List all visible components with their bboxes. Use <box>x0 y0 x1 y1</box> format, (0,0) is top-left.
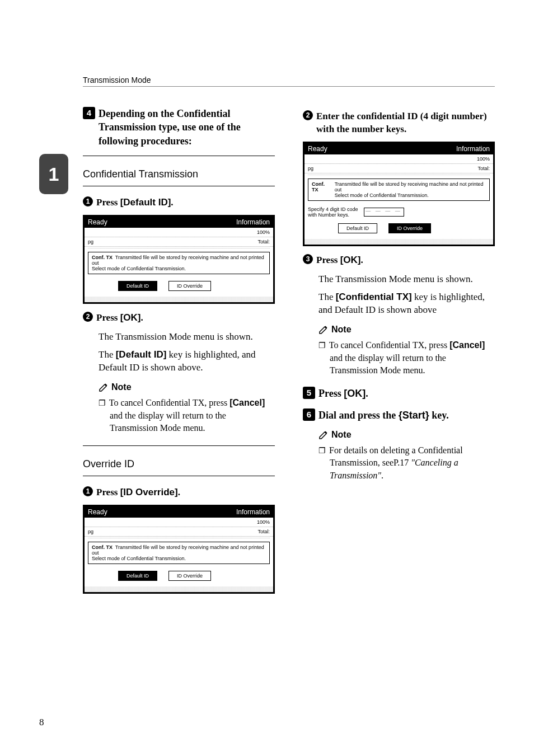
pencil-icon <box>318 430 329 440</box>
ss-info: Information <box>236 218 270 226</box>
ss2-info: Information <box>236 508 270 516</box>
substep-1-suffix: . <box>171 197 173 208</box>
ss2-btn-default-id: Default ID <box>118 571 157 581</box>
substep-1: 1 Press [Default ID]. <box>83 196 275 209</box>
substep-enter-id-num: 2 <box>303 110 313 120</box>
pencil-icon <box>318 325 329 335</box>
ss2-pg: pg <box>88 529 93 534</box>
default-id-key: [Default ID] <box>120 197 171 208</box>
pencil-icon <box>99 382 109 392</box>
start-key: Start <box>402 410 425 421</box>
substep-2-num: 2 <box>83 312 93 322</box>
ss2-total: Total: <box>257 529 270 534</box>
step-5-prefix: Press <box>318 388 344 399</box>
cancel-key: [Cancel] <box>229 398 265 407</box>
substep-3-ok-suffix: . <box>360 255 363 265</box>
note-heading-3: Note <box>318 430 495 440</box>
screenshot-enter-id: ReadyInformation x100% pgTotal: Conf. TX… <box>303 142 495 246</box>
ss3-pg: pg <box>308 166 313 171</box>
step-6-prefix: Dial and press the <box>318 410 399 421</box>
note-heading: Note <box>99 382 275 392</box>
ss-total: Total: <box>257 239 270 245</box>
ok-key-2: [OK] <box>340 255 361 265</box>
cancel-key-2: [Cancel] <box>449 340 485 350</box>
ss3-specify: Specify 4 digit ID code with Number keys… <box>308 206 358 218</box>
ss2-btn-id-override: ID Override <box>168 571 211 581</box>
ss3-btn-default-id: Default ID <box>338 223 377 233</box>
after-ok-text-1: The Transmission Mode menu is shown. <box>99 330 275 344</box>
step-5-suffix: . <box>366 388 368 399</box>
note-cancel-a: To cancel Confidential TX, press <box>109 398 229 407</box>
substep-1-prefix: Press <box>96 197 120 208</box>
ss3-msg: Transmitted file will be stored by recei… <box>335 181 486 198</box>
ss3-id-input: — — — — <box>364 208 404 217</box>
default-id-key-2: [Default ID] <box>116 349 167 360</box>
substep-3-ok-num: 3 <box>303 254 313 264</box>
step-num-6: 6 <box>303 408 315 421</box>
ss3-ready: Ready <box>308 145 327 153</box>
step-6-suffix: key. <box>429 410 449 421</box>
after-ok-2a: The <box>99 349 116 360</box>
substep-override-1-prefix: Press <box>96 487 120 497</box>
screenshot-default-id: ReadyInformation x100% pgTotal: Conf. TX… <box>83 215 275 304</box>
ss3-conftx: Conf. TX <box>312 181 332 198</box>
note-bullet-icon: ❐ <box>318 447 326 455</box>
ss2-ready: Ready <box>88 508 107 516</box>
start-key-close: } <box>425 410 429 421</box>
ss2-100: 100% <box>257 519 270 525</box>
step-6: 6 Dial and press the {Start} key. <box>303 408 495 422</box>
substep-override-1-suffix: . <box>178 487 180 497</box>
final-note-c: . <box>381 471 383 480</box>
substep-1-num: 1 <box>83 196 93 206</box>
start-key-open: { <box>399 410 402 421</box>
step-5: 5 Press [OK]. <box>303 387 495 400</box>
ss-btn-default-id: Default ID <box>118 281 157 291</box>
after-ok-r1: The Transmission Mode menu is shown. <box>318 273 495 286</box>
override-id-heading: Override ID <box>83 458 275 470</box>
note-heading-2: Note <box>318 325 495 335</box>
confidential-tx-key: [Confidential TX] <box>336 292 412 302</box>
id-override-key: [ID Override] <box>120 487 178 497</box>
note-bullet-icon: ❐ <box>99 399 106 407</box>
ss3-100: 100% <box>477 156 490 162</box>
note-cancel-b: and the display will return to the Trans… <box>110 411 226 433</box>
ss-pg: pg <box>88 239 93 245</box>
substep-2: 2 Press [OK]. <box>83 312 275 325</box>
screenshot-id-override: ReadyInformation x100% pgTotal: Conf. TX… <box>83 505 275 594</box>
ss2-conftx: Conf. TX <box>92 544 113 550</box>
after-ok-r2a: The <box>318 292 336 302</box>
running-head: Transmission Mode <box>83 76 495 87</box>
confidential-transmission-heading: Confidential Transmission <box>83 168 275 180</box>
ss3-total: Total: <box>477 166 490 171</box>
ss-btn-id-override: ID Override <box>168 281 211 291</box>
substep-3-ok: 3 Press [OK]. <box>303 254 495 267</box>
substep-override-1: 1 Press [ID Override]. <box>83 486 275 499</box>
substep-2-prefix: Press <box>96 312 120 323</box>
substep-2-suffix: . <box>140 312 143 323</box>
note-bullet-icon: ❐ <box>318 341 326 350</box>
ss-msg: Transmitted file will be stored by recei… <box>92 255 264 271</box>
ss3-btn-id-override: ID Override <box>388 223 431 233</box>
ss-100: 100% <box>257 229 270 235</box>
step-4: 4 Depending on the Confidential Transmis… <box>83 107 275 148</box>
note-cancel-b-2: and the display will return to the Trans… <box>330 353 446 375</box>
step-4-text-b: Transmission type, use one of the follow… <box>99 121 241 146</box>
note-label: Note <box>111 382 132 392</box>
step-4-text-a: Depending on the Confidential <box>99 108 231 119</box>
ok-key: [OK] <box>120 312 141 323</box>
step-num-5: 5 <box>303 387 315 399</box>
ss-conftx: Conf. TX <box>92 255 113 260</box>
ok-key-3: [OK] <box>344 388 366 399</box>
note-label-3: Note <box>331 430 352 440</box>
substep-override-1-num: 1 <box>83 486 93 496</box>
ss3-info: Information <box>456 145 490 153</box>
substep-enter-id: 2 Enter the confidential ID (4 digit num… <box>303 110 495 136</box>
note-label-2: Note <box>331 325 352 335</box>
section-tab: 1 <box>39 154 68 194</box>
ss-ready: Ready <box>88 218 107 226</box>
page-number: 8 <box>39 717 44 728</box>
step-num-4: 4 <box>83 107 95 119</box>
substep-enter-id-text: Enter the confidential ID (4 digit numbe… <box>316 110 495 136</box>
ss2-msg: Transmitted file will be stored by recei… <box>92 544 264 561</box>
note-cancel-a-2: To cancel Confidential TX, press <box>329 340 449 350</box>
